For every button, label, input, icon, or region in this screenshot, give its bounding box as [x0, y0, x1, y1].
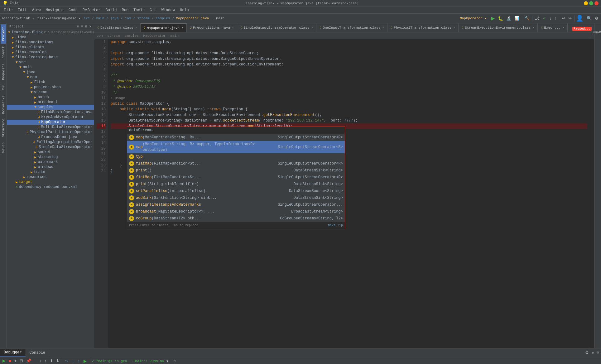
- tree-src[interactable]: ▼ src: [7, 60, 94, 65]
- minimize-button[interactable]: [584, 1, 588, 5]
- close-tab-icon[interactable]: ×: [382, 26, 384, 30]
- menu-run[interactable]: Run: [119, 7, 131, 13]
- menu-navigate[interactable]: Navigate: [43, 7, 66, 13]
- bookmarks-tab[interactable]: Bookmarks: [1, 93, 6, 116]
- settings-button[interactable]: ⚙: [594, 15, 600, 21]
- menu-refactor[interactable]: Refactor: [80, 7, 103, 13]
- services-up-btn[interactable]: ↑: [43, 358, 48, 364]
- menu-window[interactable]: Window: [159, 7, 177, 13]
- bottom-panel-options[interactable]: ≡: [590, 350, 595, 356]
- tree-java[interactable]: ▼ java: [7, 70, 94, 75]
- coverage-button[interactable]: 🔬: [505, 15, 512, 21]
- tree-com[interactable]: ▼ com: [7, 75, 94, 80]
- close-button[interactable]: [594, 1, 599, 5]
- close-tab-icon[interactable]: ×: [135, 26, 137, 30]
- tree-batch[interactable]: ▶ batch: [7, 95, 94, 100]
- tree-flink-examples[interactable]: ▶ flink-examples: [7, 50, 94, 55]
- ac-item-flatmap2[interactable]: m flatMap (FlatMapFunction<St... SingleO…: [127, 174, 345, 181]
- services-collapse-btn[interactable]: ⬇: [55, 358, 61, 364]
- tree-rolling[interactable]: J RollingAggregationMaxOper: [7, 140, 94, 145]
- tab-single-output[interactable]: C SingleOutputStreamOperator.class ×: [237, 23, 316, 32]
- undo-button[interactable]: ↩: [560, 15, 566, 21]
- tree-kryo[interactable]: J KryoAndAvroOperator: [7, 115, 94, 120]
- ac-item-assign[interactable]: m assignTimestampsAndWatermarks SingleOu…: [127, 201, 345, 208]
- tab-stream-exec[interactable]: C StreamExecutionEnvironment.class ×: [459, 23, 538, 32]
- services-run-btn[interactable]: ▶: [1, 358, 7, 364]
- breadcrumb-com[interactable]: com: [97, 34, 103, 38]
- tree-resources[interactable]: ▶ resources: [7, 175, 94, 180]
- tab-debugger[interactable]: Debugger: [0, 349, 26, 357]
- maven-tab[interactable]: Maven: [1, 140, 6, 155]
- filter-icon[interactable]: ⊟: [174, 359, 176, 363]
- tree-multi[interactable]: J MultiDataStreamOperator: [7, 125, 94, 130]
- module-selector[interactable]: flink-learning-base ▾: [37, 16, 81, 20]
- tree-flink[interactable]: ▶ flink: [7, 80, 94, 85]
- tree-socket[interactable]: ▶ socket: [7, 150, 94, 155]
- menu-file[interactable]: File: [1, 7, 15, 13]
- profile-button[interactable]: 📊: [513, 15, 521, 21]
- ac-item-setparallelism[interactable]: m setParallelism (int parallelism) DataS…: [127, 188, 345, 194]
- git-checkmark[interactable]: ✓: [541, 15, 547, 21]
- tab-physical[interactable]: C PhysicalTransformation.class ×: [387, 23, 459, 32]
- tree-pom[interactable]: X dependency-reduced-pom.xml: [7, 184, 94, 189]
- main-selector[interactable]: ↓ main: [212, 17, 224, 20]
- tree-physical[interactable]: J PhysicalPartitioningOperator: [7, 130, 94, 135]
- tree-root[interactable]: ▼ learning-flink C:\Users\18380\myself\c…: [7, 30, 94, 35]
- tree-samples[interactable]: ▼ samples: [7, 105, 94, 110]
- build-button[interactable]: 🔨: [523, 15, 531, 21]
- menu-git[interactable]: Git: [147, 7, 159, 13]
- code-editor[interactable]: 12345 678910 1112131415 16 17181920 2122…: [94, 39, 594, 348]
- breadcrumb-samples[interactable]: samples: [124, 34, 139, 38]
- tab-datastream[interactable]: C DataStream.class ×: [94, 23, 141, 32]
- ac-next-tip[interactable]: Next Tip: [328, 223, 343, 228]
- search-everywhere[interactable]: 🔍: [585, 15, 593, 21]
- tree-map-operator[interactable]: J MapOperator: [7, 120, 94, 125]
- tree-process[interactable]: J ProcessDemo.java: [7, 135, 94, 140]
- maximize-button[interactable]: [589, 1, 593, 5]
- tree-broadcast[interactable]: ▶ broadcast: [7, 100, 94, 105]
- pull-requests-tab[interactable]: Pull Requests: [1, 61, 6, 93]
- close-tab-icon[interactable]: ×: [532, 26, 534, 30]
- tree-idea[interactable]: ▶ .idea: [7, 35, 94, 40]
- services-filter-btn[interactable]: ⊟: [18, 358, 24, 364]
- menu-edit[interactable]: Edit: [15, 7, 29, 13]
- commit-tab[interactable]: Commit: [1, 44, 6, 61]
- services-pin-btn[interactable]: 📌: [25, 358, 32, 364]
- tree-flink-basic[interactable]: J FlinkBasicOperator.java: [7, 110, 94, 115]
- tree-train[interactable]: ▶ train: [7, 170, 94, 175]
- tree-flink-learning-base[interactable]: ▼ flink-learning-base: [7, 55, 94, 60]
- bottom-panel-settings[interactable]: ⚙: [584, 350, 590, 356]
- menu-tools[interactable]: Tools: [131, 7, 147, 13]
- git-button[interactable]: ⎇: [534, 15, 541, 21]
- tab-exec[interactable]: C Exec ... ×: [538, 23, 568, 32]
- run-button[interactable]: ▶: [490, 15, 496, 22]
- tree-flink-annotations[interactable]: ▶ flink-annotations: [7, 40, 94, 45]
- debug-step-over[interactable]: ↷: [64, 358, 70, 364]
- services-add-btn[interactable]: +: [13, 358, 18, 364]
- code-content[interactable]: package com.stream.samples; import org.a…: [108, 39, 590, 348]
- tree-stream[interactable]: ▼ stream: [7, 90, 94, 95]
- services-expand-btn[interactable]: ⬆: [48, 358, 54, 364]
- tree-streaming[interactable]: ▶ streaming: [7, 155, 94, 160]
- structure-tab[interactable]: Structure: [1, 116, 6, 140]
- close-tab-icon[interactable]: ×: [181, 26, 183, 30]
- tab-preconditions[interactable]: J Preconditions.java ×: [187, 23, 237, 32]
- ac-item-flatmap1[interactable]: m flatMap (FlatMapFunction<St... SingleO…: [127, 160, 345, 167]
- ac-item-map1[interactable]: m map (MapFunction<String, R>... SingleO…: [127, 134, 345, 141]
- menu-help[interactable]: Help: [177, 7, 191, 13]
- ac-item-addsink[interactable]: m addSink (SinkFunction<String> sink... …: [127, 194, 345, 201]
- tree-windows[interactable]: ▶ windows: [7, 165, 94, 170]
- ac-item-map2[interactable]: m map (MapFunction<String, R> mapper, Ty…: [127, 141, 345, 153]
- breadcrumb-stream[interactable]: stream: [107, 34, 120, 38]
- git-push[interactable]: ↑: [553, 15, 558, 21]
- debug-step-out[interactable]: ↑: [77, 358, 81, 364]
- services-more-btn[interactable]: ↓: [38, 358, 43, 364]
- tree-target[interactable]: ▶ target: [7, 180, 94, 184]
- thread-dropdown[interactable]: ▾: [165, 358, 170, 364]
- tree-main[interactable]: ▼ main: [7, 65, 94, 70]
- project-selector[interactable]: learning-flink ▾: [1, 16, 34, 20]
- tab-mapoperator[interactable]: J MapOperator.java ×: [141, 23, 187, 32]
- close-tab-icon[interactable]: ×: [562, 26, 564, 30]
- tree-flink-clients[interactable]: ▶ flink-clients: [7, 45, 94, 50]
- close-tab-icon[interactable]: ×: [311, 26, 313, 30]
